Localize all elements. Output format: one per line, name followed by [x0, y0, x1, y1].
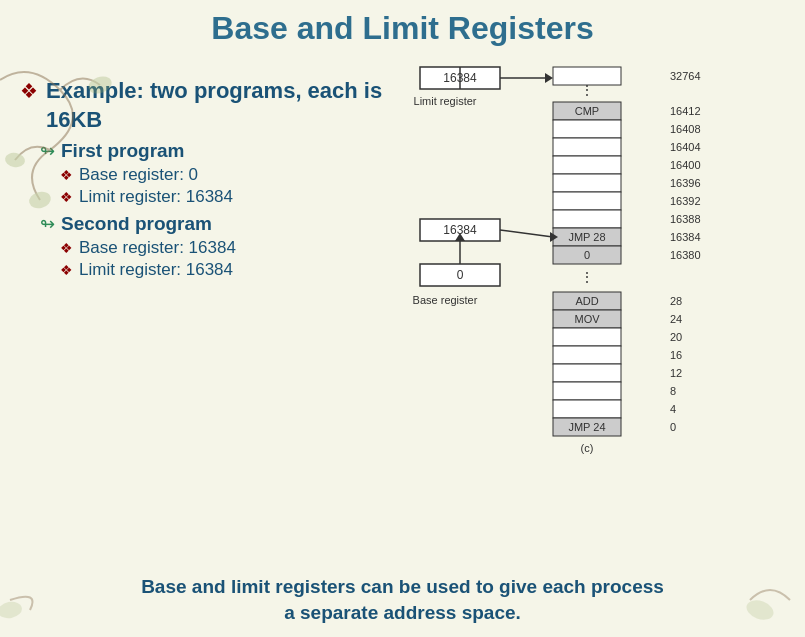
svg-rect-25 [553, 192, 621, 210]
svg-text:Limit register: Limit register [414, 95, 477, 107]
curl-icon-1: ↬ [40, 140, 55, 162]
second-base-text: Base register: 16384 [79, 238, 236, 258]
svg-line-58 [500, 230, 553, 237]
svg-text:16388: 16388 [670, 213, 701, 225]
bullet-diamond-icon: ❖ [20, 79, 38, 103]
svg-text:16: 16 [670, 349, 682, 361]
first-program-label: First program [61, 140, 185, 162]
svg-rect-44 [553, 346, 621, 364]
svg-text:16404: 16404 [670, 141, 701, 153]
svg-text:ADD: ADD [575, 295, 598, 307]
svg-text:CMP: CMP [575, 105, 599, 117]
svg-text:12: 12 [670, 367, 682, 379]
first-base-text: Base register: 0 [79, 165, 198, 185]
second-limit-text: Limit register: 16384 [79, 260, 233, 280]
svg-text:28: 28 [670, 295, 682, 307]
sub-diamond-icon-3: ❖ [60, 240, 73, 256]
svg-text:0: 0 [457, 268, 464, 282]
diagram: 16384 Limit register 32764 [390, 57, 785, 597]
left-column: ❖ Example: two programs, each is 16KB ↬ … [20, 57, 390, 597]
svg-rect-27 [553, 210, 621, 228]
svg-text:8: 8 [670, 385, 676, 397]
svg-rect-21 [553, 156, 621, 174]
first-base-item: ❖ Base register: 0 [60, 165, 390, 185]
sub-diamond-icon-1: ❖ [60, 167, 73, 183]
svg-text:16392: 16392 [670, 195, 701, 207]
svg-marker-8 [545, 73, 553, 83]
first-limit-text: Limit register: 16384 [79, 187, 233, 207]
sub-diamond-icon-2: ❖ [60, 189, 73, 205]
svg-text:0: 0 [584, 249, 590, 261]
svg-text:20: 20 [670, 331, 682, 343]
svg-text:⋮: ⋮ [580, 82, 594, 98]
second-limit-item: ❖ Limit register: 16384 [60, 260, 390, 280]
svg-rect-19 [553, 138, 621, 156]
svg-text:16384: 16384 [670, 231, 701, 243]
footer-line1: Base and limit registers can be used to … [141, 576, 664, 597]
svg-text:MOV: MOV [574, 313, 600, 325]
svg-text:JMP 28: JMP 28 [568, 231, 605, 243]
programs-section: ↬ First program ❖ Base register: 0 ❖ Lim… [40, 140, 390, 280]
svg-text:16396: 16396 [670, 177, 701, 189]
second-program-label: Second program [61, 213, 212, 235]
svg-rect-23 [553, 174, 621, 192]
svg-rect-42 [553, 328, 621, 346]
svg-rect-17 [553, 120, 621, 138]
svg-text:24: 24 [670, 313, 682, 325]
first-program-header: ↬ First program [40, 140, 390, 162]
svg-text:4: 4 [670, 403, 676, 415]
footer-line2: a separate address space. [284, 602, 521, 623]
svg-text:(c): (c) [581, 442, 594, 454]
diagram-svg: 16384 Limit register 32764 [390, 57, 750, 587]
svg-rect-50 [553, 400, 621, 418]
svg-text:⋮: ⋮ [580, 269, 594, 285]
svg-text:16408: 16408 [670, 123, 701, 135]
sub-diamond-icon-4: ❖ [60, 262, 73, 278]
second-program-header: ↬ Second program [40, 213, 390, 235]
footer-text: Base and limit registers can be used to … [0, 574, 805, 627]
svg-text:16412: 16412 [670, 105, 701, 117]
second-base-item: ❖ Base register: 16384 [60, 238, 390, 258]
main-bullet: ❖ Example: two programs, each is 16KB [20, 77, 390, 134]
page-title: Base and Limit Registers [0, 0, 805, 52]
main-bullet-text: Example: two programs, each is 16KB [46, 77, 390, 134]
svg-text:32764: 32764 [670, 70, 701, 82]
svg-text:0: 0 [670, 421, 676, 433]
right-column: 16384 Limit register 32764 [390, 57, 785, 597]
svg-text:JMP  24: JMP 24 [568, 421, 605, 433]
svg-text:16380: 16380 [670, 249, 701, 261]
first-limit-item: ❖ Limit register: 16384 [60, 187, 390, 207]
svg-rect-48 [553, 382, 621, 400]
svg-text:Base register: Base register [413, 294, 478, 306]
curl-icon-2: ↬ [40, 213, 55, 235]
svg-rect-46 [553, 364, 621, 382]
svg-text:16400: 16400 [670, 159, 701, 171]
